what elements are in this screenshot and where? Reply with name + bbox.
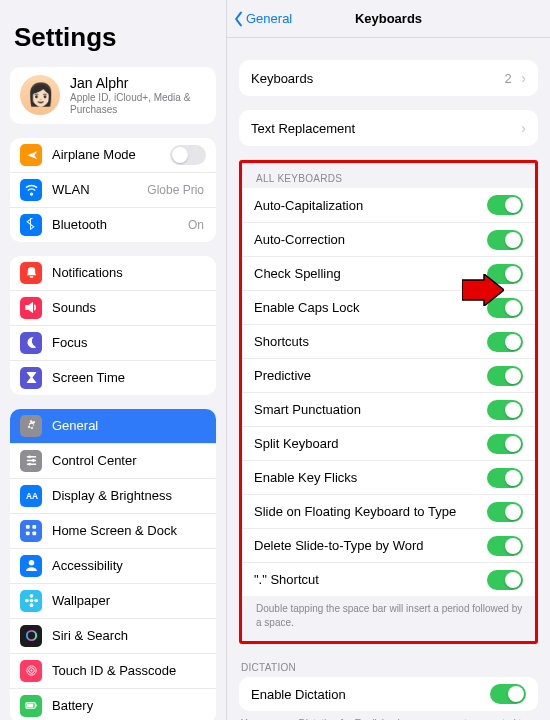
sidebar-item-notifications[interactable]: Notifications xyxy=(10,256,216,290)
sidebar-item-accessibility[interactable]: Accessibility xyxy=(10,548,216,583)
keyboards-count: 2 xyxy=(504,71,511,86)
sidebar-item-label: Bluetooth xyxy=(52,217,188,232)
page-title: Settings xyxy=(10,0,216,67)
toggle-label: Predictive xyxy=(254,368,311,383)
profile-name: Jan Alphr xyxy=(70,75,206,92)
sliders-icon xyxy=(20,450,42,472)
toggle-switch[interactable] xyxy=(487,366,523,386)
sidebar-item-label: Siri & Search xyxy=(52,628,206,643)
toggle-switch[interactable] xyxy=(487,400,523,420)
toggle-label: Shortcuts xyxy=(254,334,309,349)
sidebar-item-bluetooth[interactable]: BluetoothOn xyxy=(10,207,216,242)
toggle-row-shortcut[interactable]: "." Shortcut xyxy=(242,562,535,596)
toggle-label: Auto-Capitalization xyxy=(254,198,363,213)
svg-point-11 xyxy=(29,604,33,608)
sidebar-group-system: GeneralControl CenterAADisplay & Brightn… xyxy=(10,409,216,720)
sidebar-item-wlan[interactable]: WLANGlobe Prio xyxy=(10,172,216,207)
hourglass-icon xyxy=(20,367,42,389)
keyboards-row[interactable]: Keyboards 2 › xyxy=(239,60,538,96)
sidebar-item-siri-search[interactable]: Siri & Search xyxy=(10,618,216,653)
svg-point-8 xyxy=(28,560,34,566)
toggle-row-auto-correction[interactable]: Auto-Correction xyxy=(242,222,535,256)
sidebar-item-label: Focus xyxy=(52,335,206,350)
toggle-row-enable-key-flicks[interactable]: Enable Key Flicks xyxy=(242,460,535,494)
svg-rect-4 xyxy=(25,525,29,529)
toggle-label: "." Shortcut xyxy=(254,572,319,587)
sidebar-item-display-brightness[interactable]: AADisplay & Brightness xyxy=(10,478,216,513)
svg-rect-5 xyxy=(32,525,36,529)
sidebar-item-home-screen-dock[interactable]: Home Screen & Dock xyxy=(10,513,216,548)
airplane-icon xyxy=(20,144,42,166)
toggle-row-smart-punctuation[interactable]: Smart Punctuation xyxy=(242,392,535,426)
text-replacement-label: Text Replacement xyxy=(251,121,355,136)
toggle-row-enable-caps-lock[interactable]: Enable Caps Lock xyxy=(242,290,535,324)
battery-icon xyxy=(20,695,42,717)
sidebar-item-label: Airplane Mode xyxy=(52,147,170,162)
settings-sidebar: Settings 👩🏻 Jan Alphr Apple ID, iCloud+,… xyxy=(0,0,227,720)
toggle-switch[interactable] xyxy=(487,230,523,250)
enable-dictation-toggle[interactable] xyxy=(490,684,526,704)
sidebar-item-sounds[interactable]: Sounds xyxy=(10,290,216,325)
gear-icon xyxy=(20,415,42,437)
sidebar-item-airplane-mode[interactable]: Airplane Mode xyxy=(10,138,216,172)
toggle-row-auto-capitalization[interactable]: Auto-Capitalization xyxy=(242,188,535,222)
toggle-switch[interactable] xyxy=(487,434,523,454)
dictation-header: Dictation xyxy=(227,644,550,677)
svg-point-10 xyxy=(29,594,33,598)
sidebar-item-label: Home Screen & Dock xyxy=(52,523,206,538)
toggle-switch[interactable] xyxy=(487,298,523,318)
toggle-switch[interactable] xyxy=(487,502,523,522)
enable-dictation-label: Enable Dictation xyxy=(251,687,346,702)
toggle-switch[interactable] xyxy=(487,332,523,352)
toggle-label: Smart Punctuation xyxy=(254,402,361,417)
toggle-label: Check Spelling xyxy=(254,266,341,281)
bluetooth-icon xyxy=(20,214,42,236)
toggle-row-predictive[interactable]: Predictive xyxy=(242,358,535,392)
chevron-right-icon: › xyxy=(515,70,526,86)
svg-point-1 xyxy=(31,459,34,462)
sidebar-item-screen-time[interactable]: Screen Time xyxy=(10,360,216,395)
person-icon xyxy=(20,555,42,577)
text-replacement-row[interactable]: Text Replacement › xyxy=(239,110,538,146)
sidebar-group-connectivity: Airplane ModeWLANGlobe PrioBluetoothOn xyxy=(10,138,216,242)
sidebar-item-label: Wallpaper xyxy=(52,593,206,608)
sidebar-item-control-center[interactable]: Control Center xyxy=(10,443,216,478)
flower-icon xyxy=(20,590,42,612)
toggle-switch[interactable] xyxy=(487,468,523,488)
toggle-row-delete-slide-to-type-by-word[interactable]: Delete Slide-to-Type by Word xyxy=(242,528,535,562)
svg-point-12 xyxy=(25,599,29,603)
toggle-switch[interactable] xyxy=(487,195,523,215)
sidebar-item-touch-id-passcode[interactable]: Touch ID & Passcode xyxy=(10,653,216,688)
sidebar-item-wallpaper[interactable]: Wallpaper xyxy=(10,583,216,618)
sidebar-item-label: Display & Brightness xyxy=(52,488,206,503)
svg-point-9 xyxy=(29,599,33,603)
toggle-switch[interactable] xyxy=(487,536,523,556)
svg-point-0 xyxy=(28,456,31,459)
toggle-switch[interactable] xyxy=(487,570,523,590)
speaker-icon xyxy=(20,297,42,319)
wifi-icon xyxy=(20,179,42,201)
back-button[interactable]: General xyxy=(227,11,292,27)
apple-id-card[interactable]: 👩🏻 Jan Alphr Apple ID, iCloud+, Media & … xyxy=(10,67,216,124)
toggle-row-split-keyboard[interactable]: Split Keyboard xyxy=(242,426,535,460)
toggle-switch[interactable] xyxy=(487,264,523,284)
shortcut-footer: Double tapping the space bar will insert… xyxy=(242,596,535,629)
chevron-right-icon: › xyxy=(515,120,526,136)
svg-point-13 xyxy=(34,599,38,603)
svg-text:AA: AA xyxy=(25,492,37,502)
toggle-label: Enable Caps Lock xyxy=(254,300,360,315)
moon-icon xyxy=(20,332,42,354)
toggle-row-check-spelling[interactable]: Check Spelling xyxy=(242,256,535,290)
sidebar-item-general[interactable]: General xyxy=(10,409,216,443)
svg-point-2 xyxy=(28,463,31,466)
airplane-toggle[interactable] xyxy=(170,145,206,165)
toggle-row-shortcuts[interactable]: Shortcuts xyxy=(242,324,535,358)
bell-icon xyxy=(20,262,42,284)
toggle-row-slide-on-floating-keyboard-to-type[interactable]: Slide on Floating Keyboard to Type xyxy=(242,494,535,528)
svg-rect-19 xyxy=(36,705,37,707)
enable-dictation-row[interactable]: Enable Dictation xyxy=(239,677,538,711)
sidebar-item-focus[interactable]: Focus xyxy=(10,325,216,360)
sidebar-item-label: Accessibility xyxy=(52,558,206,573)
svg-rect-20 xyxy=(26,704,33,708)
sidebar-item-battery[interactable]: Battery xyxy=(10,688,216,720)
